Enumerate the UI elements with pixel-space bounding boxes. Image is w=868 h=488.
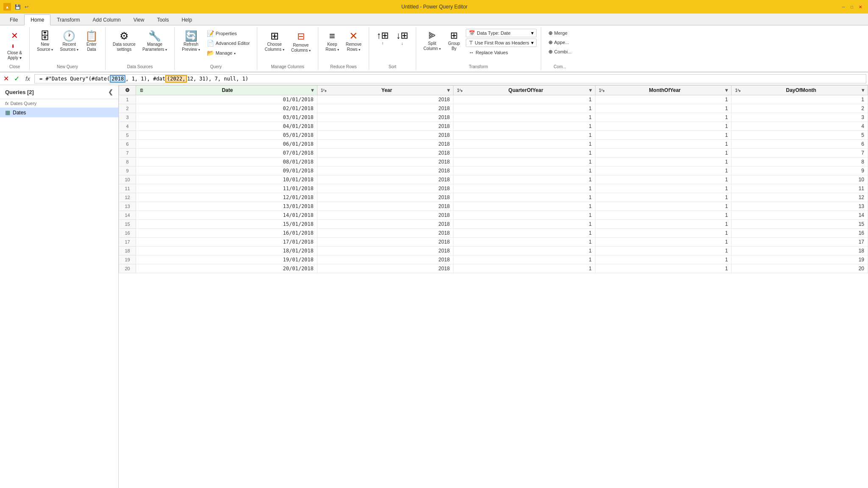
- row-number: 11: [119, 184, 136, 193]
- recent-sources-dropdown[interactable]: ▾: [77, 48, 78, 52]
- month-cell: 1: [595, 158, 732, 166]
- quarter-cell: 1: [453, 158, 595, 166]
- tab-view[interactable]: View: [127, 14, 151, 25]
- choose-columns-dropdown[interactable]: ▾: [283, 48, 284, 52]
- data-type-dropdown[interactable]: ▾: [531, 30, 534, 36]
- ribbon-group-new-query: 🗄 NewSource ▾ 🕐 RecentSources ▾ 📋 EnterD…: [30, 27, 106, 70]
- manage-button[interactable]: 📂 Manage ▾: [204, 48, 253, 58]
- year-cell: 2018: [317, 149, 453, 158]
- sort-group-label: Sort: [372, 64, 413, 69]
- sort-desc-button[interactable]: ↓⊞ ↓: [393, 29, 412, 48]
- choose-columns-button[interactable]: ⊞ ChooseColumns ▾: [262, 29, 287, 54]
- split-column-button[interactable]: ⫸ SplitColumn ▾: [420, 29, 444, 53]
- table-row: 1919/01/201820181119: [119, 255, 868, 264]
- transform-right-col: 📅 Data Type: Date ▾ ⊤ Use First Row as H…: [464, 29, 536, 57]
- day-filter-icon[interactable]: ▾: [862, 87, 864, 93]
- remove-columns-button[interactable]: ⊟ RemoveColumns ▾: [288, 29, 314, 55]
- recent-sources-button[interactable]: 🕐 RecentSources ▾: [57, 29, 81, 54]
- day-col-header[interactable]: 1²₃ DayOfMonth ▾: [732, 86, 868, 95]
- tab-help[interactable]: Help: [175, 14, 198, 25]
- sidebar-collapse-button[interactable]: ❮: [108, 89, 113, 95]
- minimize-button[interactable]: ─: [839, 3, 848, 11]
- tab-tools[interactable]: Tools: [150, 14, 175, 25]
- use-first-row-button[interactable]: ⊤ Use First Row as Headers ▾: [466, 39, 536, 47]
- date-cell: 04/01/2018: [136, 122, 317, 131]
- refresh-preview-button[interactable]: 🔄 RefreshPreview ▾: [179, 29, 203, 54]
- date-cell: 17/01/2018: [136, 238, 317, 247]
- save-button[interactable]: 💾: [14, 4, 22, 9]
- quarter-col-header[interactable]: 1²₃ QuarterOfYear ▾: [453, 86, 595, 95]
- new-source-dropdown[interactable]: ▾: [51, 48, 53, 52]
- date-col-header[interactable]: 🗓 Date ▾: [136, 86, 317, 95]
- use-first-row-dropdown[interactable]: ▾: [531, 40, 534, 46]
- year-filter-icon[interactable]: ▾: [447, 87, 450, 93]
- enter-data-button[interactable]: 📋 EnterData: [82, 29, 101, 54]
- row-number: 2: [119, 104, 136, 113]
- new-source-button[interactable]: 🗄 NewSource ▾: [34, 29, 56, 54]
- date-filter-icon[interactable]: ▾: [311, 87, 314, 93]
- new-source-icon: 🗄: [40, 31, 50, 41]
- manage-parameters-button[interactable]: 🔧 ManageParameters ▾: [139, 29, 170, 54]
- table-settings-icon[interactable]: ⚙: [125, 87, 130, 93]
- formula-highlight-year[interactable]: 2018: [110, 75, 125, 83]
- data-type-button[interactable]: 📅 Data Type: Date ▾: [466, 29, 536, 37]
- manage-params-dropdown[interactable]: ▾: [165, 48, 167, 52]
- title-bar-controls[interactable]: 💾 ↩: [14, 4, 30, 10]
- sort-asc-button[interactable]: ↑⊞ ↑: [373, 29, 392, 48]
- data-source-settings-button[interactable]: ⚙ Data sourcesettings: [110, 29, 139, 54]
- year-col-header[interactable]: 1²₃ Year ▾: [317, 86, 453, 95]
- table-row: 1818/01/201820181118: [119, 247, 868, 255]
- refresh-preview-label: RefreshPreview ▾: [182, 42, 200, 52]
- month-cell: 1: [595, 220, 732, 229]
- table-row: 1717/01/201820181117: [119, 238, 868, 247]
- advanced-editor-button[interactable]: 📄 Advanced Editor: [204, 39, 253, 48]
- formula-highlight-end-date[interactable]: (2022,: [165, 75, 187, 83]
- row-number: 18: [119, 247, 136, 255]
- grid-container[interactable]: ⚙ 🗓 Date ▾ 1²₃: [119, 85, 868, 488]
- remove-rows-button[interactable]: ✕ RemoveRows ▾: [343, 29, 364, 54]
- tab-transform[interactable]: Transform: [50, 14, 86, 25]
- month-type-icon: 1²₃: [599, 88, 604, 93]
- remove-rows-dropdown[interactable]: ▾: [359, 48, 360, 52]
- formula-accept-button[interactable]: ✓: [12, 75, 21, 83]
- replace-values-button[interactable]: ↔ Replace Values: [466, 48, 536, 57]
- tab-add-column[interactable]: Add Column: [86, 14, 127, 25]
- tab-file[interactable]: File: [3, 14, 24, 25]
- merge-button[interactable]: ⊕ Merge: [545, 29, 575, 37]
- properties-icon: 📝: [207, 30, 214, 37]
- formula-input[interactable]: = #"Dates Query"(#date(2018, 1, 1), #dat…: [34, 74, 866, 83]
- maximize-button[interactable]: □: [848, 3, 856, 11]
- app-logo: ▲: [3, 3, 11, 11]
- keep-rows-button[interactable]: ≡ KeepRows ▾: [323, 29, 342, 54]
- close-apply-button[interactable]: ✕ ⬇ Close &Apply ▾: [4, 29, 25, 63]
- quarter-cell: 1: [453, 175, 595, 184]
- refresh-preview-dropdown[interactable]: ▾: [198, 48, 200, 52]
- combine-button[interactable]: ⊕ Combi...: [545, 47, 575, 56]
- data-source-settings-label: Data sourcesettings: [113, 42, 136, 52]
- close-apply-dropdown[interactable]: ▾: [19, 55, 22, 60]
- year-cell: 2018: [317, 122, 453, 131]
- quarter-cell: 1: [453, 140, 595, 149]
- month-col-header[interactable]: 1²₃ MonthOfYear ▾: [595, 86, 732, 95]
- undo-button[interactable]: ↩: [23, 4, 30, 9]
- replace-values-label: Replace Values: [476, 50, 508, 55]
- group-by-button[interactable]: ⊞ GroupBy: [445, 29, 463, 53]
- keep-rows-dropdown[interactable]: ▾: [337, 48, 339, 52]
- data-sources-group-label: Data Sources: [108, 64, 172, 69]
- tab-home[interactable]: Home: [24, 14, 50, 25]
- formula-cancel-button[interactable]: ✕: [2, 75, 11, 83]
- keep-rows-label: KeepRows ▾: [326, 42, 339, 52]
- properties-button[interactable]: 📝 Properties: [204, 29, 253, 38]
- month-cell: 1: [595, 175, 732, 184]
- remove-columns-dropdown[interactable]: ▾: [309, 49, 311, 53]
- year-cell: 2018: [317, 104, 453, 113]
- year-cell: 2018: [317, 220, 453, 229]
- split-column-dropdown[interactable]: ▾: [439, 47, 441, 51]
- month-filter-icon[interactable]: ▾: [725, 87, 728, 93]
- quarter-filter-icon[interactable]: ▾: [589, 87, 592, 93]
- year-cell: 2018: [317, 211, 453, 220]
- manage-dropdown[interactable]: ▾: [234, 52, 236, 55]
- append-button[interactable]: ⊕ Appe...: [545, 38, 575, 47]
- sidebar-item-dates[interactable]: ▦ Dates: [0, 108, 118, 117]
- close-button[interactable]: ✕: [856, 3, 865, 11]
